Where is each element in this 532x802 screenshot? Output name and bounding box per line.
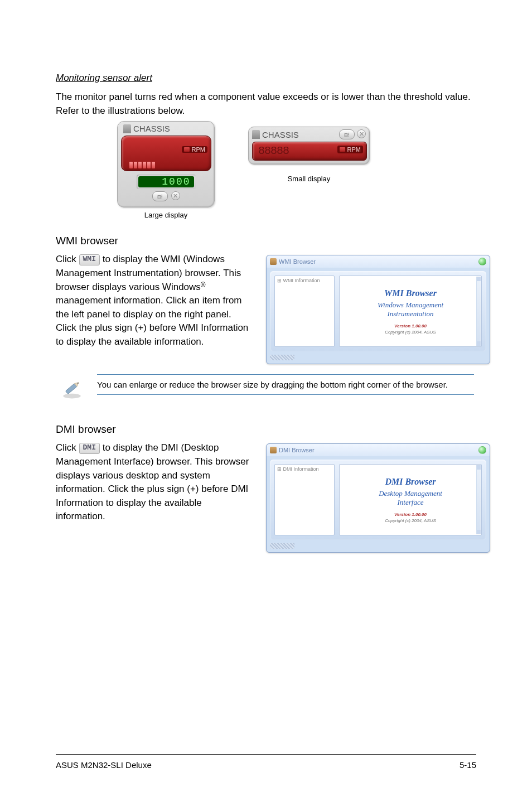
svg-rect-1: [65, 384, 77, 394]
small-display-caption: Small display: [248, 175, 370, 183]
scroll-down-icon[interactable]: [477, 341, 481, 346]
dmi-body: Click DMI to display the DMI (Desktop Ma…: [56, 441, 254, 524]
wmi-text-1: Click: [56, 254, 79, 264]
lcd-readout-container: 1000: [137, 175, 196, 189]
rpm-cube-icon: [340, 147, 345, 152]
scroll-down-icon[interactable]: [477, 530, 481, 534]
wmi-pane-title: WMI Browser: [384, 288, 437, 298]
rpm-cube-icon: [184, 147, 190, 152]
display-figures-row: CHASSIS RPM 1000 ⊟፧ ✕: [56, 121, 476, 219]
rpm-bar-small: 88888 RPM: [252, 142, 367, 161]
wmi-button[interactable]: WMI: [79, 254, 100, 265]
wmi-pane-sub2: Instrumentation: [378, 310, 443, 318]
wmi-content-pane: WMI Browser Windows Management Instrumen…: [339, 276, 482, 347]
dmi-window-title: DMI Browser: [279, 447, 315, 453]
wmi-tree-pane[interactable]: ⊞ WMI Information: [274, 276, 335, 347]
chassis-label-large: CHASSIS: [133, 124, 170, 133]
resize-grip-icon[interactable]: [270, 543, 294, 549]
dmi-pane-version: Version 1.00.00: [394, 512, 427, 517]
registered-mark: ®: [201, 281, 206, 289]
monitor-pill-icon: ⊟፧: [152, 191, 168, 201]
large-chassis-panel: CHASSIS RPM 1000 ⊟፧ ✕: [117, 121, 215, 207]
wmi-body: Click WMI to display the WMI (Windows Ma…: [56, 253, 254, 349]
rpm-label-large: RPM: [192, 146, 205, 153]
dmi-button[interactable]: DMI: [79, 443, 100, 454]
dmi-text-1: Click: [56, 442, 79, 453]
dmi-tree-pane[interactable]: ⊞ DMI Information: [274, 464, 335, 535]
monitor-pill-icon: ⊟፧: [339, 129, 355, 139]
scrollbar[interactable]: [476, 277, 481, 346]
scrollbar[interactable]: [476, 465, 481, 534]
rpm-label-small: RPM: [347, 146, 361, 153]
monitoring-alert-body: The monitor panel turns red when a compo…: [56, 90, 476, 118]
chassis-icon: [252, 130, 260, 139]
rpm-digits-small: 88888: [258, 144, 289, 157]
dmi-heading: DMI browser: [56, 423, 476, 436]
svg-point-0: [63, 394, 81, 399]
footer-left: ASUS M2N32-SLI Deluxe: [56, 760, 152, 770]
wmi-tree-root[interactable]: WMI Information: [283, 278, 320, 283]
monitoring-alert-heading: Monitoring sensor alert: [56, 73, 476, 84]
wmi-pane-copyright: Copyright (c) 2004, ASUS: [385, 330, 436, 335]
wmi-text-3: management information. Click an item fr…: [56, 295, 248, 347]
wmi-heading: WMI browser: [56, 235, 476, 247]
scroll-up-icon[interactable]: [477, 465, 481, 470]
dmi-pane-copyright: Copyright (c) 2004, ASUS: [385, 518, 436, 523]
dmi-tree-root[interactable]: DMI Information: [283, 466, 319, 472]
chassis-label-small: CHASSIS: [262, 130, 299, 139]
lcd-readout-value: 1000: [138, 176, 194, 187]
rpm-gauge-large: RPM: [121, 136, 211, 171]
resize-grip-icon[interactable]: [270, 355, 294, 360]
dmi-text-2: to display the DMI (Desktop Management I…: [56, 442, 249, 521]
window-icon: [270, 258, 277, 265]
large-display-caption: Large display: [117, 211, 215, 219]
wmi-window-title: WMI Browser: [279, 258, 316, 265]
close-circle-icon: ✕: [171, 191, 180, 200]
page-footer: ASUS M2N32-SLI Deluxe 5-15: [56, 754, 476, 770]
dmi-pane-sub2: Interface: [379, 498, 442, 507]
dmi-browser-window: DMI Browser ⊞ DMI Information DMI Browse…: [266, 443, 490, 553]
dmi-content-pane: DMI Browser Desktop Management Interface…: [339, 464, 482, 535]
chassis-icon: [123, 124, 131, 133]
footer-right: 5-15: [460, 760, 476, 770]
close-dot-icon[interactable]: [478, 446, 486, 454]
close-dot-icon[interactable]: [478, 258, 486, 265]
wmi-pane-sub1: Windows Management: [378, 301, 443, 310]
small-chassis-panel: CHASSIS ⊟፧ ✕ 88888 RPM: [248, 127, 370, 165]
dmi-pane-title: DMI Browser: [385, 477, 436, 487]
close-circle-icon: ✕: [357, 129, 366, 138]
wmi-pane-version: Version 1.00.00: [394, 323, 427, 328]
window-icon: [270, 447, 277, 453]
scroll-up-icon[interactable]: [477, 277, 481, 281]
dmi-pane-sub1: Desktop Management: [379, 489, 442, 498]
pencil-icon: [60, 376, 84, 400]
wmi-browser-window: WMI Browser ⊞ WMI Information WMI Browse…: [266, 255, 490, 364]
note-text: You can enlarge or reduce the browser si…: [97, 374, 474, 395]
